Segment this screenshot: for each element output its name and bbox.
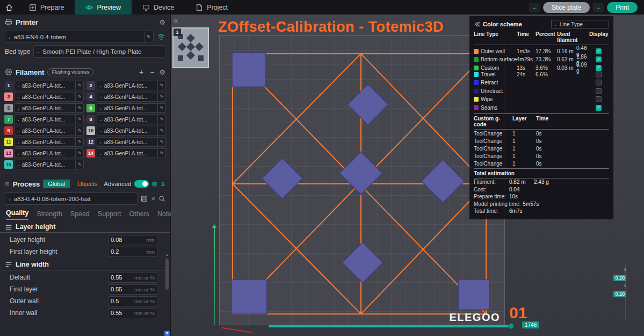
outer-wall-line-width-input[interactable]: 0.5 mm or % bbox=[108, 296, 157, 306]
edit-icon[interactable]: ✎ bbox=[157, 81, 165, 90]
filament-color-badge[interactable]: 8 bbox=[86, 115, 95, 124]
display-checkbox[interactable] bbox=[596, 56, 602, 62]
filament-preset-select[interactable]: ⌄ a83-GenPLA-tot... ✎ bbox=[15, 148, 84, 158]
filament-preset-select[interactable]: ⌄ a83-GenPLA-tot... ✎ bbox=[97, 137, 166, 147]
preview-3d-viewport[interactable]: « 1 ZOffset-Calibration - Totemic3D bbox=[171, 15, 644, 336]
display-checkbox[interactable] bbox=[596, 48, 602, 54]
collapse-sidebar-icon[interactable]: « bbox=[173, 16, 178, 25]
default-line-width-input[interactable]: 0.55 mm or % bbox=[108, 273, 157, 283]
filament-color-badge[interactable]: 15 bbox=[4, 160, 13, 169]
process-objects-tab[interactable]: Objects bbox=[77, 181, 97, 187]
edit-icon[interactable]: ✎ bbox=[75, 104, 83, 112]
layer-height-value[interactable]: 0.20 bbox=[613, 275, 626, 281]
print-options-dropdown[interactable]: ⌄ bbox=[593, 3, 604, 12]
first-layer-height-input[interactable]: 0.2 mm bbox=[108, 247, 157, 257]
process-global-tab[interactable]: Global bbox=[43, 180, 70, 188]
edit-icon[interactable]: ✎ bbox=[157, 149, 165, 158]
view-type-select[interactable]: ⌄ Line Type bbox=[551, 20, 609, 28]
plate-thumbnail[interactable]: 1 bbox=[172, 27, 209, 68]
filament-preset-select[interactable]: ⌄ a83-GenPLA-tot... ✎ bbox=[15, 115, 84, 124]
filament-color-badge[interactable]: 5 bbox=[4, 104, 13, 112]
tab-others[interactable]: Others bbox=[129, 210, 150, 220]
filament-preset-select[interactable]: ⌄ a83-GenPLA-tot... ✎ bbox=[97, 115, 166, 124]
filament-color-badge[interactable]: 4 bbox=[86, 92, 95, 101]
scrollbar-thumb[interactable] bbox=[165, 259, 169, 290]
display-checkbox[interactable] bbox=[596, 88, 602, 94]
display-checkbox[interactable] bbox=[596, 72, 602, 77]
edit-icon[interactable]: ✎ bbox=[75, 138, 83, 146]
filament-color-badge[interactable]: 9 bbox=[4, 126, 13, 135]
edit-icon[interactable]: ✎ bbox=[144, 31, 153, 42]
filament-preset-select[interactable]: ⌄ a83-GenPLA-tot... ✎ bbox=[15, 126, 84, 135]
add-filament-button[interactable]: + bbox=[138, 68, 145, 76]
tab-quality[interactable]: Quality bbox=[6, 209, 28, 220]
filament-preset-select[interactable]: ⌄ a83-GenPLA-tot... ✎ bbox=[15, 103, 84, 113]
tab-project[interactable]: Project bbox=[185, 0, 238, 15]
filament-color-badge[interactable]: 11 bbox=[4, 138, 13, 146]
collapse-legend-icon[interactable] bbox=[474, 22, 480, 27]
printer-settings-gear-icon[interactable]: ⚙ bbox=[159, 18, 165, 26]
process-preset-select[interactable]: ⌄ a83-0.4-0.08-totem-200-fast bbox=[5, 192, 138, 205]
printer-preset-select[interactable]: ⌄ a83-EN4-0.4-totem ✎ bbox=[5, 31, 154, 43]
filament-color-badge[interactable]: 10 bbox=[86, 126, 95, 135]
tab-speed[interactable]: Speed bbox=[70, 210, 90, 220]
filament-preset-select[interactable]: ⌄ a83-GenPLA-tot... ✎ bbox=[15, 92, 84, 102]
filament-preset-select[interactable]: ⌄ a83-GenPLA-tot... ✎ bbox=[97, 103, 166, 113]
display-checkbox[interactable] bbox=[596, 65, 602, 71]
home-button[interactable] bbox=[0, 0, 18, 15]
filament-preset-select[interactable]: ⌄ a83-GenPLA-tot... ✎ bbox=[15, 137, 84, 147]
build-plate[interactable]: ELEGOO bbox=[219, 35, 505, 325]
filament-color-badge[interactable]: 2 bbox=[86, 81, 95, 90]
filament-preset-select[interactable]: ⌄ a83-GenPLA-tot... ✎ bbox=[15, 160, 84, 169]
edit-icon[interactable]: ✎ bbox=[75, 81, 83, 90]
filament-color-badge[interactable]: 1 bbox=[4, 81, 13, 90]
tab-preview[interactable]: Preview bbox=[75, 0, 131, 15]
filament-color-badge[interactable]: 6 bbox=[86, 104, 95, 112]
filament-preset-select[interactable]: ⌄ a83-GenPLA-tot... ✎ bbox=[97, 81, 166, 90]
save-preset-icon[interactable] bbox=[141, 195, 148, 202]
scroll-up-arrow[interactable]: ▲ bbox=[164, 252, 170, 258]
edit-icon[interactable]: ✎ bbox=[75, 149, 83, 158]
inner-wall-line-width-input[interactable]: 0.55 mm or % bbox=[108, 308, 157, 318]
objects-view-icon[interactable] bbox=[152, 180, 157, 188]
print-button[interactable]: Print bbox=[607, 2, 638, 13]
filament-preset-select[interactable]: ⌄ a83-GenPLA-tot... ✎ bbox=[97, 126, 166, 135]
display-checkbox[interactable] bbox=[596, 105, 602, 111]
tab-support[interactable]: Support bbox=[98, 210, 121, 220]
tab-strength[interactable]: Strength bbox=[37, 210, 62, 220]
moves-slider-handle[interactable] bbox=[508, 323, 514, 329]
filament-color-badge[interactable]: 14 bbox=[86, 149, 95, 158]
filament-preset-select[interactable]: ⌄ a83-GenPLA-tot... ✎ bbox=[15, 81, 84, 90]
clear-preset-icon[interactable]: × bbox=[151, 195, 155, 203]
edit-icon[interactable]: ✎ bbox=[157, 115, 165, 124]
filament-color-badge[interactable]: 3 bbox=[4, 92, 13, 101]
filament-settings-gear-icon[interactable]: ⚙ bbox=[159, 68, 165, 76]
flushing-volumes-button[interactable]: Flushing volumes bbox=[47, 68, 93, 76]
layer-height-input[interactable]: 0.08 mm bbox=[108, 235, 157, 245]
scroll-down-arrow[interactable]: ▼ bbox=[164, 331, 170, 336]
first-layer-line-width-input[interactable]: 0.55 mm or % bbox=[108, 284, 157, 295]
edit-icon[interactable]: ✎ bbox=[157, 138, 165, 146]
advanced-toggle[interactable] bbox=[134, 180, 149, 188]
filament-color-badge[interactable]: 12 bbox=[86, 138, 95, 146]
edit-icon[interactable]: ✎ bbox=[75, 92, 83, 101]
display-checkbox[interactable] bbox=[596, 80, 602, 85]
slice-options-dropdown[interactable]: ⌄ bbox=[529, 3, 540, 12]
layer-height-value[interactable]: 0.20 bbox=[613, 291, 626, 297]
tab-device[interactable]: Device bbox=[132, 0, 185, 15]
edit-icon[interactable]: ✎ bbox=[157, 92, 165, 101]
edit-icon[interactable]: ✎ bbox=[157, 126, 165, 135]
display-checkbox[interactable] bbox=[596, 96, 602, 102]
filament-preset-select[interactable]: ⌄ a83-GenPLA-tot... ✎ bbox=[97, 148, 166, 158]
edit-icon[interactable]: ✎ bbox=[157, 104, 165, 112]
bed-type-select[interactable]: ⌄ Smooth PEI Plate / High Temp Plate bbox=[33, 45, 165, 58]
remove-filament-button[interactable]: − bbox=[148, 68, 156, 76]
edit-icon[interactable]: ✎ bbox=[75, 115, 83, 124]
filament-color-badge[interactable]: 13 bbox=[4, 149, 13, 158]
filament-color-badge[interactable]: 7 bbox=[4, 115, 13, 124]
wifi-icon[interactable] bbox=[157, 33, 165, 40]
sidebar-scrollbar[interactable]: ▲ ▼ bbox=[164, 252, 170, 336]
process-params-icon[interactable] bbox=[161, 180, 165, 188]
edit-icon[interactable]: ✎ bbox=[75, 160, 83, 169]
tab-prepare[interactable]: Prepare bbox=[18, 0, 75, 15]
